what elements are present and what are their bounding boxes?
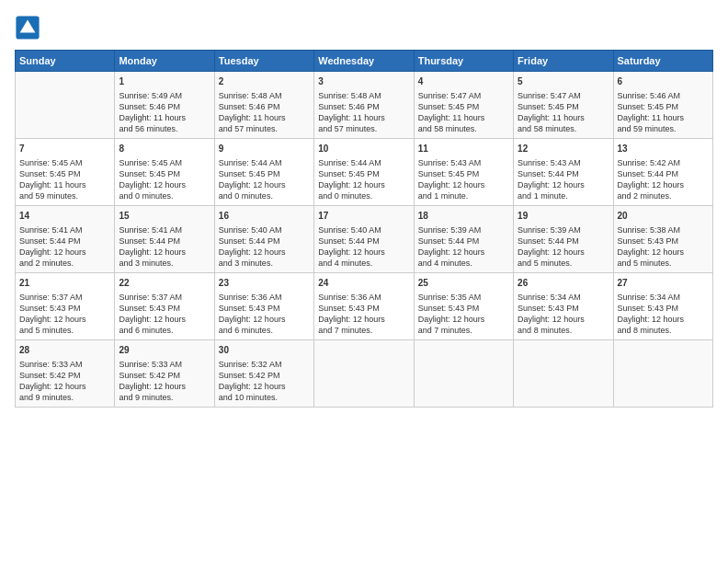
cell-5-5 bbox=[414, 340, 513, 408]
logo bbox=[15, 15, 44, 40]
cell-info: Sunrise: 5:36 AM Sunset: 5:43 PM Dayligh… bbox=[318, 292, 409, 337]
logo-icon bbox=[15, 15, 40, 40]
day-number: 6 bbox=[618, 75, 709, 88]
cell-info: Sunrise: 5:34 AM Sunset: 5:43 PM Dayligh… bbox=[618, 292, 709, 337]
week-row-4: 21Sunrise: 5:37 AM Sunset: 5:43 PM Dayli… bbox=[16, 273, 713, 340]
cell-1-6: 5Sunrise: 5:47 AM Sunset: 5:45 PM Daylig… bbox=[514, 72, 613, 139]
cell-1-5: 4Sunrise: 5:47 AM Sunset: 5:45 PM Daylig… bbox=[414, 72, 513, 139]
day-number: 7 bbox=[19, 143, 110, 155]
cell-info: Sunrise: 5:33 AM Sunset: 5:42 PM Dayligh… bbox=[19, 359, 110, 404]
cell-info: Sunrise: 5:44 AM Sunset: 5:45 PM Dayligh… bbox=[219, 157, 310, 202]
calendar-body: 1Sunrise: 5:49 AM Sunset: 5:46 PM Daylig… bbox=[16, 72, 713, 408]
cell-info: Sunrise: 5:38 AM Sunset: 5:43 PM Dayligh… bbox=[618, 224, 709, 270]
day-number: 11 bbox=[418, 143, 509, 155]
day-number: 2 bbox=[219, 75, 310, 88]
cell-info: Sunrise: 5:40 AM Sunset: 5:44 PM Dayligh… bbox=[219, 224, 310, 270]
cell-4-2: 22Sunrise: 5:37 AM Sunset: 5:43 PM Dayli… bbox=[115, 273, 214, 340]
cell-3-4: 17Sunrise: 5:40 AM Sunset: 5:44 PM Dayli… bbox=[314, 206, 414, 273]
cell-2-5: 11Sunrise: 5:43 AM Sunset: 5:45 PM Dayli… bbox=[414, 139, 513, 206]
cell-info: Sunrise: 5:47 AM Sunset: 5:45 PM Dayligh… bbox=[418, 90, 509, 135]
cell-info: Sunrise: 5:40 AM Sunset: 5:44 PM Dayligh… bbox=[318, 224, 409, 270]
cell-info: Sunrise: 5:43 AM Sunset: 5:45 PM Dayligh… bbox=[418, 157, 509, 202]
day-number: 29 bbox=[119, 344, 210, 357]
cell-info: Sunrise: 5:43 AM Sunset: 5:44 PM Dayligh… bbox=[518, 157, 609, 202]
day-number: 8 bbox=[119, 143, 210, 155]
day-number: 10 bbox=[318, 143, 409, 155]
cell-info: Sunrise: 5:41 AM Sunset: 5:44 PM Dayligh… bbox=[19, 224, 110, 270]
cell-4-3: 23Sunrise: 5:36 AM Sunset: 5:43 PM Dayli… bbox=[214, 273, 313, 340]
cell-info: Sunrise: 5:35 AM Sunset: 5:43 PM Dayligh… bbox=[418, 292, 509, 337]
col-header-wednesday: Wednesday bbox=[314, 51, 414, 72]
cell-info: Sunrise: 5:37 AM Sunset: 5:43 PM Dayligh… bbox=[19, 292, 110, 337]
col-header-sunday: Sunday bbox=[16, 51, 115, 72]
cell-2-2: 8Sunrise: 5:45 AM Sunset: 5:45 PM Daylig… bbox=[115, 139, 214, 206]
day-number: 27 bbox=[618, 277, 709, 290]
day-number: 13 bbox=[618, 143, 709, 155]
cell-info: Sunrise: 5:48 AM Sunset: 5:46 PM Dayligh… bbox=[219, 90, 310, 135]
cell-5-1: 28Sunrise: 5:33 AM Sunset: 5:42 PM Dayli… bbox=[16, 340, 115, 408]
cell-5-2: 29Sunrise: 5:33 AM Sunset: 5:42 PM Dayli… bbox=[115, 340, 214, 408]
cell-2-3: 9Sunrise: 5:44 AM Sunset: 5:45 PM Daylig… bbox=[214, 139, 313, 206]
col-header-tuesday: Tuesday bbox=[214, 51, 313, 72]
cell-2-7: 13Sunrise: 5:42 AM Sunset: 5:44 PM Dayli… bbox=[613, 139, 712, 206]
day-number: 22 bbox=[119, 277, 210, 290]
cell-info: Sunrise: 5:46 AM Sunset: 5:45 PM Dayligh… bbox=[618, 90, 709, 135]
cell-info: Sunrise: 5:45 AM Sunset: 5:45 PM Dayligh… bbox=[119, 157, 210, 202]
cell-1-7: 6Sunrise: 5:46 AM Sunset: 5:45 PM Daylig… bbox=[613, 72, 712, 139]
cell-3-7: 20Sunrise: 5:38 AM Sunset: 5:43 PM Dayli… bbox=[613, 206, 712, 273]
day-number: 15 bbox=[119, 210, 210, 223]
cell-4-6: 26Sunrise: 5:34 AM Sunset: 5:43 PM Dayli… bbox=[514, 273, 613, 340]
day-number: 28 bbox=[19, 344, 110, 357]
day-number: 20 bbox=[618, 210, 709, 223]
header-row: SundayMondayTuesdayWednesdayThursdayFrid… bbox=[16, 51, 713, 72]
day-number: 14 bbox=[19, 210, 110, 223]
col-header-friday: Friday bbox=[514, 51, 613, 72]
cell-info: Sunrise: 5:37 AM Sunset: 5:43 PM Dayligh… bbox=[119, 292, 210, 337]
cell-3-2: 15Sunrise: 5:41 AM Sunset: 5:44 PM Dayli… bbox=[115, 206, 214, 273]
cell-info: Sunrise: 5:44 AM Sunset: 5:45 PM Dayligh… bbox=[318, 157, 409, 202]
cell-4-1: 21Sunrise: 5:37 AM Sunset: 5:43 PM Dayli… bbox=[16, 273, 115, 340]
cell-info: Sunrise: 5:39 AM Sunset: 5:44 PM Dayligh… bbox=[418, 224, 509, 270]
header bbox=[15, 15, 713, 40]
day-number: 5 bbox=[518, 75, 609, 88]
day-number: 4 bbox=[418, 75, 509, 88]
cell-info: Sunrise: 5:36 AM Sunset: 5:43 PM Dayligh… bbox=[219, 292, 310, 337]
cell-info: Sunrise: 5:41 AM Sunset: 5:44 PM Dayligh… bbox=[119, 224, 210, 270]
day-number: 16 bbox=[219, 210, 310, 223]
cell-5-7 bbox=[613, 340, 712, 408]
cell-info: Sunrise: 5:48 AM Sunset: 5:46 PM Dayligh… bbox=[318, 90, 409, 135]
cell-4-4: 24Sunrise: 5:36 AM Sunset: 5:43 PM Dayli… bbox=[314, 273, 414, 340]
day-number: 12 bbox=[518, 143, 609, 155]
day-number: 9 bbox=[219, 143, 310, 155]
col-header-saturday: Saturday bbox=[613, 51, 712, 72]
calendar-table: SundayMondayTuesdayWednesdayThursdayFrid… bbox=[15, 50, 713, 408]
day-number: 3 bbox=[318, 75, 409, 88]
cell-3-6: 19Sunrise: 5:39 AM Sunset: 5:44 PM Dayli… bbox=[514, 206, 613, 273]
cell-info: Sunrise: 5:33 AM Sunset: 5:42 PM Dayligh… bbox=[119, 359, 210, 404]
cell-2-6: 12Sunrise: 5:43 AM Sunset: 5:44 PM Dayli… bbox=[514, 139, 613, 206]
cell-1-2: 1Sunrise: 5:49 AM Sunset: 5:46 PM Daylig… bbox=[115, 72, 214, 139]
calendar-header: SundayMondayTuesdayWednesdayThursdayFrid… bbox=[16, 51, 713, 72]
cell-info: Sunrise: 5:49 AM Sunset: 5:46 PM Dayligh… bbox=[119, 90, 210, 135]
cell-5-6 bbox=[514, 340, 613, 408]
cell-info: Sunrise: 5:42 AM Sunset: 5:44 PM Dayligh… bbox=[618, 157, 709, 202]
cell-info: Sunrise: 5:32 AM Sunset: 5:42 PM Dayligh… bbox=[219, 359, 310, 404]
week-row-1: 1Sunrise: 5:49 AM Sunset: 5:46 PM Daylig… bbox=[16, 72, 713, 139]
page: SundayMondayTuesdayWednesdayThursdayFrid… bbox=[0, 0, 728, 563]
cell-info: Sunrise: 5:45 AM Sunset: 5:45 PM Dayligh… bbox=[19, 157, 110, 202]
day-number: 24 bbox=[318, 277, 409, 290]
col-header-monday: Monday bbox=[115, 51, 214, 72]
day-number: 18 bbox=[418, 210, 509, 223]
cell-2-1: 7Sunrise: 5:45 AM Sunset: 5:45 PM Daylig… bbox=[16, 139, 115, 206]
cell-2-4: 10Sunrise: 5:44 AM Sunset: 5:45 PM Dayli… bbox=[314, 139, 414, 206]
cell-4-5: 25Sunrise: 5:35 AM Sunset: 5:43 PM Dayli… bbox=[414, 273, 513, 340]
cell-4-7: 27Sunrise: 5:34 AM Sunset: 5:43 PM Dayli… bbox=[613, 273, 712, 340]
cell-info: Sunrise: 5:39 AM Sunset: 5:44 PM Dayligh… bbox=[518, 224, 609, 270]
cell-3-5: 18Sunrise: 5:39 AM Sunset: 5:44 PM Dayli… bbox=[414, 206, 513, 273]
cell-5-3: 30Sunrise: 5:32 AM Sunset: 5:42 PM Dayli… bbox=[214, 340, 313, 408]
cell-1-4: 3Sunrise: 5:48 AM Sunset: 5:46 PM Daylig… bbox=[314, 72, 414, 139]
cell-info: Sunrise: 5:34 AM Sunset: 5:43 PM Dayligh… bbox=[518, 292, 609, 337]
cell-5-4 bbox=[314, 340, 414, 408]
cell-1-3: 2Sunrise: 5:48 AM Sunset: 5:46 PM Daylig… bbox=[214, 72, 313, 139]
day-number: 23 bbox=[219, 277, 310, 290]
